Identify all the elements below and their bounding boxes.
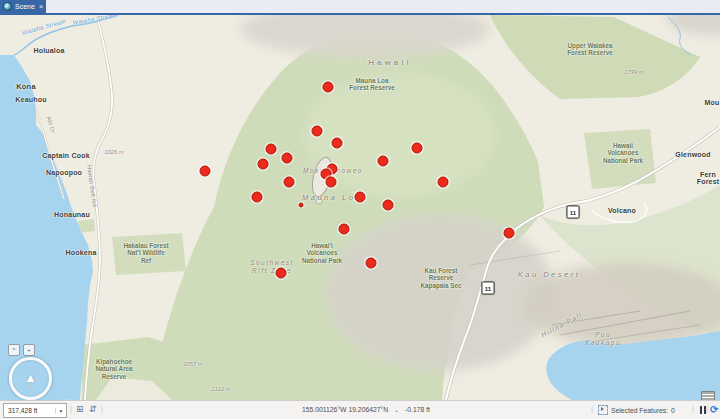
feature-point[interactable] bbox=[284, 177, 295, 188]
selection-status: Selected Features: 0 bbox=[598, 403, 675, 417]
chevron-down-icon[interactable]: ▾ bbox=[55, 408, 66, 414]
feature-point[interactable] bbox=[326, 177, 337, 188]
separator: | bbox=[706, 404, 708, 413]
feature-point[interactable] bbox=[355, 192, 366, 203]
feature-point[interactable] bbox=[200, 166, 211, 177]
selected-features-count: 0 bbox=[671, 407, 675, 414]
scene-globe-icon bbox=[3, 2, 12, 11]
attribution-button[interactable] bbox=[701, 391, 715, 400]
elevation-value: -0.178 ft bbox=[405, 406, 430, 413]
feature-point[interactable] bbox=[276, 268, 287, 279]
feature-point[interactable] bbox=[366, 258, 377, 269]
feature-point[interactable] bbox=[378, 156, 389, 167]
feature-point[interactable] bbox=[504, 228, 515, 239]
coordinates-value: 155.001126°W 19.206427°N bbox=[302, 406, 388, 413]
route-11-shield: 11 bbox=[482, 282, 495, 295]
feature-point[interactable] bbox=[282, 153, 293, 164]
feature-point[interactable] bbox=[323, 82, 334, 93]
map-scale-combobox[interactable]: 317,428 ft ▾ bbox=[3, 403, 67, 418]
status-bar: 317,428 ft ▾ | ⊞ ⇵ | 155.001126°W 19.206… bbox=[0, 400, 720, 419]
select-features-icon[interactable] bbox=[598, 405, 608, 415]
elevation-toggle-icon[interactable]: ⇵ bbox=[89, 403, 97, 416]
refresh-icon[interactable]: ⟳ bbox=[710, 404, 718, 416]
feature-point[interactable] bbox=[258, 159, 269, 170]
separator: | bbox=[591, 404, 593, 413]
feature-point[interactable] bbox=[332, 138, 343, 149]
feature-point[interactable] bbox=[312, 126, 323, 137]
feature-point[interactable] bbox=[266, 144, 277, 155]
separator: | bbox=[101, 404, 103, 413]
compass-navigator[interactable]: ▲ ▼ bbox=[9, 357, 52, 400]
feature-point[interactable] bbox=[252, 192, 263, 203]
north-needle-icon: ▲ bbox=[24, 370, 37, 383]
grid-zoom-icon[interactable]: ⊞ bbox=[76, 403, 84, 416]
separator: | bbox=[70, 404, 72, 413]
needle-tail-icon: ▼ bbox=[28, 384, 34, 390]
feature-point[interactable] bbox=[438, 177, 449, 188]
selected-features-label: Selected Features: bbox=[611, 407, 668, 414]
basemap-art bbox=[0, 15, 720, 400]
close-icon[interactable]: × bbox=[39, 2, 44, 12]
view-tab-strip: Scene × bbox=[0, 0, 720, 13]
chevron-down-icon[interactable]: ⌄ bbox=[394, 407, 399, 413]
arcgis-pro-scene-view: KonaHolualoaKeauhouCaptain CookNapoopooH… bbox=[0, 0, 720, 419]
tab-underline bbox=[0, 13, 720, 15]
feature-point[interactable] bbox=[383, 200, 394, 211]
navigator-expand-button[interactable]: ^ bbox=[8, 344, 20, 356]
map-canvas[interactable]: KonaHolualoaKeauhouCaptain CookNapoopooH… bbox=[0, 0, 720, 400]
route-11-shield: 11 bbox=[567, 206, 580, 219]
feature-point[interactable] bbox=[412, 143, 423, 154]
navigator-pan-button[interactable]: + bbox=[23, 344, 35, 356]
map-scale-value: 317,428 ft bbox=[4, 407, 55, 414]
tab-scene[interactable]: Scene × bbox=[0, 0, 46, 13]
coordinate-readout: 155.001126°W 19.206427°N ⌄ -0.178 ft bbox=[302, 406, 430, 413]
separator: | bbox=[692, 404, 694, 413]
tab-scene-label: Scene bbox=[15, 0, 35, 13]
feature-point[interactable] bbox=[299, 203, 304, 208]
feature-point[interactable] bbox=[339, 224, 350, 235]
